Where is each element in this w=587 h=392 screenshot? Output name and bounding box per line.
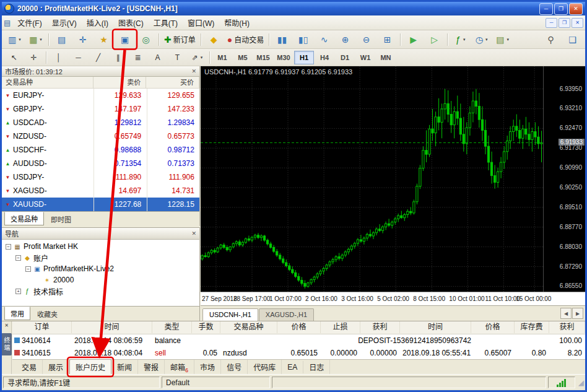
autotrade-button[interactable]: ●自动交易 (225, 32, 266, 48)
minimize-button[interactable]: ─ (539, 3, 553, 15)
market-watch-row[interactable]: ▼XAGUSD-14.69714.731 (2, 184, 199, 198)
timeframe-h1-button[interactable]: H1 (294, 51, 314, 64)
resize-grip-icon[interactable]: ◢ (578, 378, 584, 387)
text-label-button[interactable]: T (168, 50, 187, 64)
child-restore-button[interactable]: ❐ (559, 18, 570, 28)
market-watch-row[interactable]: ▼NZDUSD-0.657490.65773 (2, 129, 199, 143)
chart-plot-area[interactable]: USDCNH-,H1 6.91779 6.91937 6.91205 6.919… (201, 66, 585, 292)
templates-button[interactable]: ▤▾ (492, 32, 513, 48)
menu-item-4[interactable]: 工具(T) (149, 15, 183, 30)
profiles-button[interactable]: ▦▾ (25, 32, 46, 48)
tab-alerts[interactable]: 警报 (138, 360, 165, 374)
timeframe-m30-button[interactable]: M30 (274, 51, 294, 64)
search-button[interactable]: ⚲ (541, 32, 561, 48)
close-icon[interactable]: ✕ (191, 230, 196, 237)
navigator-item[interactable]: +ƒ技术指标 (2, 285, 199, 297)
fibonacci-button[interactable]: ≣ (128, 50, 147, 64)
crosshair-button[interactable]: ✛ (24, 50, 43, 64)
tile-windows-button[interactable]: ⊞ (377, 32, 398, 48)
tab-journal[interactable]: 日志 (303, 360, 330, 374)
terminal-column-header-6[interactable]: 止损 (321, 321, 360, 333)
arrows-button[interactable]: ⇗▾ (188, 50, 207, 64)
terminal-column-header-5[interactable]: 价格 (277, 321, 321, 333)
expand-icon[interactable]: + (15, 289, 21, 294)
trendline-button[interactable]: ╱ (89, 50, 108, 64)
data-window-button[interactable]: ✛ (72, 32, 93, 48)
terminal-row[interactable]: 34106152018.09.18 04:08:04sell0.05nzdusd… (12, 347, 585, 359)
horizontal-line-button[interactable]: ─ (69, 50, 88, 64)
terminal-column-header-11[interactable]: 获利 (549, 321, 585, 333)
timeframe-mn-button[interactable]: MN (376, 51, 396, 64)
market-watch-row[interactable]: ▲USDCHF-0.986880.98712 (2, 143, 199, 157)
tab-signals[interactable]: 信号 (221, 360, 248, 374)
market-watch-row[interactable]: ▲USDCAD-1.298121.29834 (2, 116, 199, 129)
menu-item-6[interactable]: 帮助(H) (219, 15, 254, 30)
tab-account-history[interactable]: 账户历史 (69, 359, 111, 375)
tab-symbols[interactable]: 交易品种 (4, 212, 44, 225)
terminal-column-header-10[interactable]: 库存费 (515, 321, 549, 333)
timeframe-m1-button[interactable]: M1 (212, 51, 232, 64)
tab-common[interactable]: 常用 (4, 307, 30, 320)
menu-item-5[interactable]: 窗口(W) (183, 15, 219, 30)
terminal-column-header-2[interactable]: 类型 (152, 321, 192, 333)
terminal-column-header-0[interactable]: 订单 (12, 321, 72, 333)
scroll-left-icon[interactable]: ◀ (560, 308, 572, 319)
cursor-button[interactable]: ↖ (4, 50, 24, 64)
child-minimize-button[interactable]: ─ (546, 18, 557, 28)
terminal-column-header-8[interactable]: 时间 (400, 321, 471, 333)
new-order-button[interactable]: ✚新订单 (162, 32, 198, 48)
navigator-button[interactable]: ★ (93, 32, 114, 48)
terminal-button[interactable]: ▣ (115, 32, 135, 48)
periods-button[interactable]: ◷▾ (471, 32, 492, 48)
navigator-item[interactable]: ✶20000 (2, 274, 199, 285)
chart-shift-button[interactable]: ▷ (424, 32, 445, 48)
chart-bars-button[interactable]: ▮▮ (272, 32, 292, 48)
collapse-icon[interactable]: − (15, 255, 21, 261)
timeframe-m5-button[interactable]: M5 (233, 51, 253, 64)
tab-trade[interactable]: 交易 (16, 360, 43, 374)
terminal-column-header-4[interactable]: 交易品种 (220, 321, 277, 333)
chart-tab-usdcnh-h1[interactable]: USDCNH-,H1 (202, 308, 258, 321)
chart-candles-button[interactable]: ▮▯ (293, 32, 313, 48)
auto-scroll-button[interactable]: ▶ (403, 32, 424, 48)
market-watch-row[interactable]: ▼EURJPY-129.633129.655 (2, 89, 199, 102)
collapse-icon[interactable]: − (6, 244, 11, 250)
tab-favorites[interactable]: 收藏夹 (32, 308, 63, 320)
terminal-column-header-1[interactable]: 时间 (72, 321, 152, 333)
timeframe-d1-button[interactable]: D1 (335, 51, 355, 64)
terminal-column-header-3[interactable]: 手数 (192, 321, 220, 333)
market-watch-row[interactable]: ▲AUDUSD-0.713540.71373 (2, 157, 199, 170)
navigator-item[interactable]: −◆账户 (2, 252, 199, 263)
text-button[interactable]: A (148, 50, 167, 64)
metaeditor-button[interactable]: ◆ (204, 32, 224, 48)
child-close-button[interactable]: ✕ (572, 18, 583, 28)
menu-item-3[interactable]: 图表(C) (113, 15, 149, 30)
market-watch-button[interactable]: ▤ (51, 32, 72, 48)
market-watch-row[interactable]: ▼GBPJPY-147.197147.233 (2, 102, 199, 116)
close-button[interactable]: ✕ (569, 3, 583, 15)
scroll-right-icon[interactable]: ▶ (572, 308, 583, 319)
navigator-item[interactable]: −▣ProfitMarketHK-Live2 (2, 263, 199, 274)
new-chart-button[interactable]: ▥▾ (4, 32, 25, 48)
chart-line-button[interactable]: ∿ (314, 32, 334, 48)
equidistant-channel-button[interactable]: ∥ (108, 50, 128, 64)
strategy-tester-button[interactable]: ◎ (136, 32, 156, 48)
terminal-column-header-9[interactable]: 价格 (471, 321, 515, 333)
tab-tick-chart[interactable]: 即时图 (45, 213, 77, 225)
terminal-close-icon[interactable]: ✕ (4, 323, 9, 328)
chat-button[interactable]: ❑ (562, 32, 583, 48)
vertical-line-button[interactable]: │ (49, 50, 68, 64)
restore-button[interactable]: ❐ (554, 3, 568, 15)
chart-tab-xagusd-h1[interactable]: XAGUSD-,H1 (259, 308, 314, 321)
close-icon[interactable]: ✕ (191, 68, 196, 74)
market-watch-row[interactable]: ▼XAUUSD-1227.681228.15 (2, 198, 199, 211)
timeframe-h4-button[interactable]: H4 (315, 51, 334, 64)
collapse-icon[interactable]: − (25, 266, 31, 272)
status-profile[interactable]: Default (162, 377, 270, 388)
zoom-out-button[interactable]: ⊖ (356, 32, 376, 48)
menu-item-1[interactable]: 显示(V) (47, 15, 82, 30)
menu-item-0[interactable]: 文件(F) (12, 15, 46, 30)
indicators-button[interactable]: ƒ▾ (450, 32, 471, 48)
navigator-item[interactable]: −▦Profit Market HK (2, 241, 199, 252)
timeframe-m15-button[interactable]: M15 (253, 51, 273, 64)
